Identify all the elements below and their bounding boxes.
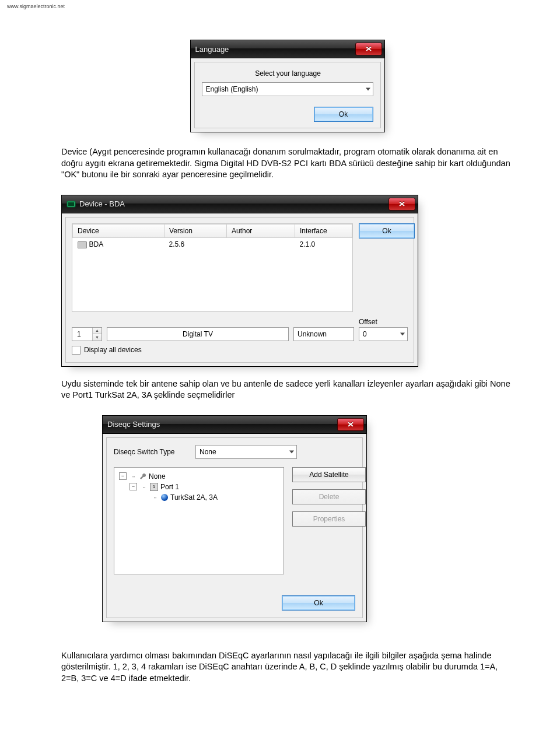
- switch-type-label: Diseqc Switch Type: [114, 448, 190, 456]
- paragraph-3: Kullanıcılara yardımcı olması bakımından…: [61, 650, 513, 685]
- tree-satellite-label: TurkSat 2A, 3A: [170, 493, 218, 501]
- index-spinner[interactable]: 1 ▲▼: [72, 327, 102, 341]
- wrench-icon: [139, 473, 146, 480]
- mode-textbox[interactable]: Digital TV: [107, 327, 289, 341]
- unknown-textbox[interactable]: Unknown: [293, 327, 354, 341]
- close-icon: ✕: [398, 200, 405, 208]
- chevron-down-icon: [366, 88, 370, 91]
- language-combobox[interactable]: English (English): [202, 82, 373, 96]
- spinner-up-icon[interactable]: ▲: [93, 328, 102, 334]
- chevron-down-icon: [400, 332, 405, 335]
- cell-interface: 2.1.0: [295, 237, 352, 251]
- window-title: Device - BDA: [66, 199, 388, 208]
- delete-button[interactable]: Delete: [292, 489, 366, 504]
- close-button[interactable]: ✕: [337, 418, 364, 431]
- cell-author: [227, 237, 295, 251]
- close-icon: ✕: [347, 420, 354, 429]
- col-author: Author: [227, 224, 295, 237]
- tree-branch-icon: ···: [150, 493, 159, 501]
- display-all-label: Display all devices: [84, 346, 142, 354]
- svg-rect-1: [68, 202, 74, 206]
- add-satellite-button[interactable]: Add Satellite: [292, 467, 366, 482]
- window-title: Diseqc Settings: [107, 420, 337, 429]
- document-body: Language ✕ Select your language English …: [0, 10, 560, 720]
- language-dialog: Language ✕ Select your language English …: [190, 40, 385, 132]
- titlebar: Device - BDA ✕: [62, 195, 418, 213]
- combobox-value: English (English): [206, 85, 258, 93]
- switch-type-value: None: [200, 448, 216, 456]
- spinner-down-icon[interactable]: ▼: [93, 334, 102, 341]
- tree-collapse-icon[interactable]: −: [119, 472, 127, 480]
- spinner-value: 1: [72, 328, 92, 341]
- mode-value: Digital TV: [183, 330, 213, 338]
- close-icon: ✕: [365, 45, 372, 53]
- close-button[interactable]: ✕: [388, 198, 415, 211]
- offset-label: Offset: [359, 318, 408, 326]
- col-version: Version: [164, 224, 227, 237]
- device-dialog: Device - BDA ✕ Device Version Author: [61, 195, 418, 367]
- tree-branch-icon: ···: [139, 483, 148, 491]
- tree-root-label: None: [149, 472, 166, 481]
- diseqc-dialog: Diseqc Settings ✕ Diseqc Switch Type Non…: [102, 415, 367, 622]
- device-table[interactable]: Device Version Author Interface BDA 2.5.…: [72, 224, 352, 251]
- titlebar: Diseqc Settings ✕: [103, 416, 366, 434]
- col-interface: Interface: [295, 224, 352, 237]
- port-icon: 1: [150, 483, 158, 491]
- ok-button[interactable]: Ok: [282, 595, 355, 611]
- paragraph-1: Device (Aygıt penceresinde programın kul…: [61, 146, 513, 181]
- offset-combobox[interactable]: 0: [359, 327, 408, 341]
- tree-branch-icon: ···: [129, 472, 137, 481]
- properties-button[interactable]: Properties: [292, 511, 366, 527]
- col-device: Device: [73, 224, 164, 237]
- checkbox-box-icon: [72, 346, 80, 355]
- page-url-header: www.sigmaelectronic.net: [0, 0, 560, 10]
- ok-button[interactable]: Ok: [314, 107, 373, 122]
- offset-value: 0: [363, 330, 367, 338]
- paragraph-2: Uydu sisteminde tek bir antene sahip ola…: [61, 378, 513, 401]
- app-icon: [66, 200, 76, 208]
- select-language-label: Select your language: [203, 69, 373, 78]
- titlebar: Language ✕: [191, 40, 384, 58]
- close-button[interactable]: ✕: [355, 43, 382, 55]
- cell-version: 2.5.6: [164, 237, 227, 251]
- switch-type-combobox[interactable]: None: [195, 445, 297, 459]
- ok-button[interactable]: Ok: [359, 223, 415, 239]
- window-title-text: Device - BDA: [79, 199, 125, 208]
- display-all-checkbox[interactable]: Display all devices: [72, 346, 142, 355]
- table-row[interactable]: BDA 2.5.6 2.1.0: [73, 237, 352, 251]
- tree-collapse-icon[interactable]: −: [130, 483, 137, 490]
- window-title: Language: [195, 45, 355, 54]
- device-icon: [78, 241, 87, 248]
- globe-icon: [161, 494, 168, 501]
- satellite-tree[interactable]: − ··· None − ··· 1 Port 1: [114, 467, 284, 574]
- tree-port-label: Port 1: [160, 483, 179, 491]
- unknown-value: Unknown: [298, 330, 327, 338]
- cell-device: BDA: [89, 240, 104, 248]
- chevron-down-icon: [289, 450, 294, 453]
